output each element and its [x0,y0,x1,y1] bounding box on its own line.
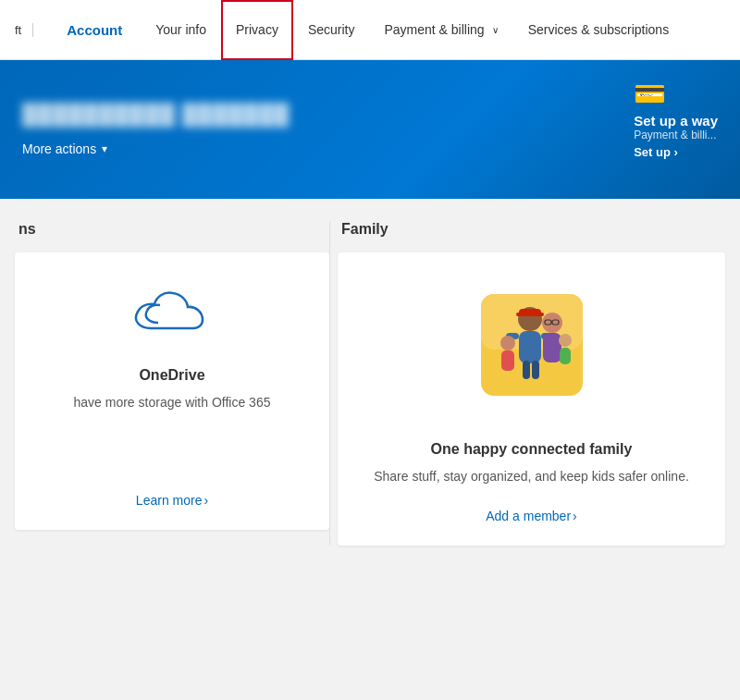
hero-payment-sub: Payment & billi... [634,129,716,141]
right-section: Family [330,221,725,546]
svg-rect-18 [532,361,539,379]
nav-item-services-subscriptions[interactable]: Services & subscriptions [513,0,684,60]
nav-item-security[interactable]: Security [293,0,370,60]
nav-item-your-info[interactable]: Your info [141,0,221,60]
hero-banner: ██████████ ███████ More actions ▾ 💳 Set … [0,60,740,199]
svg-point-15 [559,334,572,347]
family-icon [476,289,587,423]
svg-rect-14 [501,350,514,371]
nav-bar: ft Account Your info Privacy Security Pa… [0,0,740,60]
onedrive-card: OneDrive have more storage with Office 3… [15,252,329,530]
hero-user-name: ██████████ ███████ [22,103,290,127]
onedrive-card-description: have more storage with Office 365 [74,393,271,412]
svg-point-13 [500,336,515,350]
hero-payment-title: Set up a way [634,113,718,129]
right-section-title: Family [338,221,725,238]
chevron-down-icon: ▾ [102,142,107,155]
main-content: ns OneDrive have more storage with Offic… [0,199,740,568]
nav-logo: ft [15,23,33,37]
svg-rect-17 [523,361,530,379]
hero-setup-link[interactable]: Set up [634,145,678,159]
family-card: One happy connected family Share stuff, … [338,252,725,546]
nav-item-payment-billing[interactable]: Payment & billing [369,0,512,60]
nav-item-privacy[interactable]: Privacy [221,0,293,60]
onedrive-icon [130,289,214,349]
payment-card-icon: 💳 [634,79,666,109]
family-card-description: Share stuff, stay organized, and keep ki… [374,467,689,486]
svg-rect-5 [519,331,541,363]
left-section: ns OneDrive have more storage with Offic… [15,221,329,546]
hero-left: ██████████ ███████ More actions ▾ [22,103,290,156]
hero-payment-panel: 💳 Set up a way Payment & billi... Set up [634,79,718,159]
add-member-link[interactable]: Add a member [486,509,577,523]
nav-account-link[interactable]: Account [48,0,141,60]
more-actions-button[interactable]: More actions ▾ [22,141,290,156]
family-card-title: One happy connected family [431,441,633,458]
more-actions-label: More actions [22,141,96,156]
onedrive-card-title: OneDrive [139,367,204,384]
svg-rect-4 [516,313,544,316]
learn-more-link[interactable]: Learn more [136,493,208,508]
svg-rect-12 [543,333,561,362]
left-section-title: ns [15,221,329,238]
svg-rect-16 [560,348,571,364]
